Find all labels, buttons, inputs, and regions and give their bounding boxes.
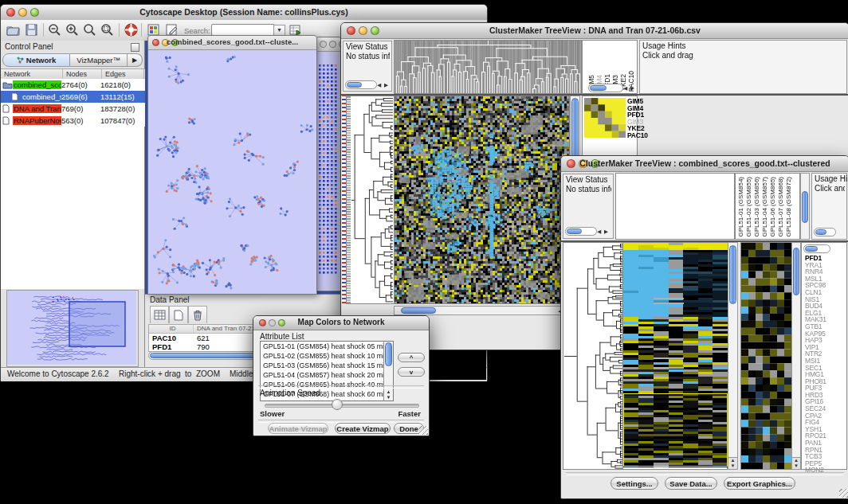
scrollbar-thumb[interactable]	[347, 82, 362, 88]
network-table-header: Network Nodes Edges	[1, 68, 145, 80]
network-list: combined_scores_2764(0)16218(0)combined_…	[1, 79, 145, 127]
tv1-usage-hints-panel: Usage Hints Click and drag to	[639, 40, 847, 94]
column-label: GPL51-07 (GSM868)	[777, 177, 784, 237]
document-icon	[2, 104, 13, 113]
network-nodes-count: 769(0)	[61, 104, 100, 113]
network-list-item[interactable]: combined_scores_2764(0)16218(0)	[1, 79, 145, 91]
column-label: GPL51-03 (GSM856)	[753, 177, 760, 237]
tv1-title: ClusterMaker TreeView : DNA and Tran 07-…	[341, 25, 848, 35]
search-input[interactable]	[211, 24, 275, 36]
slower-label: Slower	[260, 409, 285, 418]
tab-overflow-arrow[interactable]: ▶	[128, 53, 143, 67]
heatmap-canvas[interactable]	[395, 96, 569, 303]
status-hint-pan: Middle-	[230, 369, 256, 378]
scrollbar-thumb[interactable]	[729, 245, 736, 304]
open-session-icon[interactable]	[6, 22, 21, 37]
slider-thumb[interactable]	[332, 399, 343, 410]
tv2-titlebar[interactable]: ClusterMaker TreeView : combined_scores_…	[561, 156, 848, 172]
network-list-item[interactable]: DNA and Tran 07769(0)183728(0)	[1, 103, 145, 115]
treeview-window-combined: ClusterMaker TreeView : combined_scores_…	[560, 155, 848, 499]
row-dendrogram-canvas[interactable]	[563, 243, 622, 469]
network-nodes-count: 563(0)	[61, 116, 100, 125]
move-up-button[interactable]: ^	[398, 353, 425, 362]
scrollbar-thumb[interactable]	[401, 307, 436, 314]
treeview-button[interactable]: Save Data...	[665, 477, 717, 490]
network-overview-canvas[interactable]	[7, 291, 136, 365]
resize-grip[interactable]	[839, 489, 848, 498]
create-vizmap-button[interactable]: Create Vizmap	[335, 423, 391, 434]
background-network-canvas[interactable]	[316, 52, 340, 290]
tv2-labels-vscrollbar[interactable]	[800, 173, 810, 240]
column-label: GPL51-04 (GSM857)	[761, 177, 768, 237]
scrollbar-thumb[interactable]	[805, 246, 818, 252]
mini-hscrollbar[interactable]: ◀ ▶	[565, 227, 597, 236]
background-frame-titlebar[interactable]	[316, 37, 341, 52]
network-list-item[interactable]: combined_sco2569(6)13112(15)	[1, 91, 145, 103]
column-label: GPL51-08 (GSM872)	[785, 177, 792, 237]
zoom-heatmap-canvas[interactable]	[741, 243, 791, 469]
attribute-select-icon[interactable]	[150, 306, 169, 323]
data-panel-title: Data Panel	[150, 295, 189, 304]
heatmap-canvas[interactable]	[623, 243, 728, 469]
column-label: GPL51-01 (GSM854)	[737, 177, 744, 237]
tv2-column-dendrogram-panel[interactable]	[615, 173, 735, 240]
tv1-titlebar[interactable]: ClusterMaker TreeView : DNA and Tran 07-…	[341, 23, 848, 39]
usage-hints-text: Click and	[815, 184, 845, 193]
faster-label: Faster	[398, 409, 421, 418]
new-attribute-icon[interactable]	[169, 306, 188, 323]
tv2-zoom-vscrollbar[interactable]: ▲▼	[791, 242, 801, 470]
tv1-hscrollbar[interactable]: ◀ ▶	[394, 306, 570, 315]
background-network-frame[interactable]	[316, 37, 342, 291]
animate-vizmap-button[interactable]: Animate Vizmap	[268, 423, 328, 434]
save-session-icon[interactable]	[24, 22, 39, 37]
scrollbar-thumb[interactable]	[815, 229, 826, 235]
zoom-out-icon[interactable]	[47, 22, 62, 37]
mini-hscrollbar[interactable]	[803, 244, 830, 253]
attribute-list-item[interactable]: GPL51-03 (GSM856) heat shock 15 min	[261, 361, 393, 370]
zoom-selected-icon[interactable]	[100, 22, 115, 37]
mini-heatmap-canvas[interactable]	[584, 98, 626, 138]
attribute-list-item[interactable]: GPL51-04 (GSM857) heat shock 20 min	[261, 370, 393, 380]
network-nodes-count: 2764(0)	[61, 80, 100, 89]
tv1-gene-list: GIM5GIM4PFD1GIM3YKE2PAC10	[627, 98, 648, 139]
zoom-in-icon[interactable]	[65, 22, 80, 37]
network-name: combined_sco	[22, 92, 61, 101]
float-panel-icon[interactable]	[131, 43, 139, 52]
move-down-button[interactable]: v	[398, 367, 425, 377]
mini-hscrollbar[interactable]: ◀ ▶	[588, 84, 623, 92]
usage-hints-title: Usage Hints	[642, 41, 685, 50]
tab-vizmapper[interactable]: VizMapper™	[70, 53, 128, 67]
main-titlebar[interactable]: Cytoscape Desktop (Session Name: collins…	[1, 5, 487, 21]
scrollbar-thumb[interactable]	[802, 191, 808, 223]
network-canvas[interactable]	[148, 50, 315, 293]
network-name: combined_scores_	[13, 80, 61, 89]
column-label: GPL51-06 (GSM865)	[769, 177, 776, 237]
treeview-button[interactable]: Export Graphics...	[724, 477, 795, 490]
column-dendrogram-canvas[interactable]	[395, 41, 581, 93]
scrollbar-thumb[interactable]	[567, 229, 582, 234]
network-frame-titlebar[interactable]: combined_scores_good.txt--cluste...	[148, 36, 316, 50]
scrollbar-thumb[interactable]	[385, 342, 392, 366]
map-colors-dialog: Map Colors to Network Attribute List GPL…	[253, 315, 430, 436]
treeview-button[interactable]: Settings...	[610, 477, 658, 490]
scrollbar-thumb[interactable]	[793, 248, 799, 295]
scrollbar-thumb[interactable]	[590, 85, 607, 91]
network-list-item[interactable]: RNAPuberNov2+563(0)107847(0)	[1, 115, 145, 127]
attribute-list-scrollbar[interactable]: ▲▼	[383, 342, 393, 400]
tv2-column-labels: GPL51-01 (GSM854)GPL51-02 (GSM855)GPL51-…	[735, 173, 800, 240]
attribute-list-item[interactable]: GPL51-02 (GSM855) heat shock 10 min	[261, 351, 393, 361]
mini-hscrollbar[interactable]	[814, 228, 836, 236]
row-dendrogram-canvas[interactable]	[347, 96, 393, 303]
tv2-vscrollbar[interactable]: ▲▼	[728, 242, 738, 470]
network-edges-count: 183728(0)	[100, 104, 145, 113]
zoom-fit-icon[interactable]	[82, 22, 97, 37]
dialog-titlebar[interactable]: Map Colors to Network	[253, 316, 429, 330]
tab-network[interactable]: Network	[2, 53, 70, 67]
mini-hscrollbar[interactable]: ◀ ▶	[345, 80, 377, 89]
resize-grip[interactable]	[419, 426, 428, 435]
attribute-id: PAC10	[149, 334, 194, 342]
help-lifering-icon[interactable]	[124, 22, 139, 37]
gene-label[interactable]: PAC10	[627, 132, 648, 139]
attribute-list-item[interactable]: GPL51-01 (GSM854) heat shock 05 min	[261, 342, 393, 351]
delete-attribute-icon[interactable]	[188, 306, 207, 323]
